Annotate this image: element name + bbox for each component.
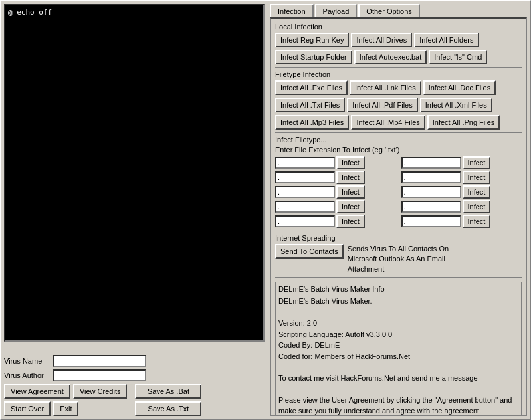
info-body: DELmE's Batch Virus Maker. Version: 2.0 … (278, 296, 518, 416)
ext-row-left-1: Infect (275, 156, 396, 169)
infect-mp3-button[interactable]: Infect All .Mp3 Files (275, 115, 349, 130)
infect-custom-left-2[interactable]: Infect (336, 171, 365, 184)
virus-author-label: Virus Author (4, 371, 51, 379)
divider-4 (275, 277, 522, 278)
infect-pdf-button[interactable]: Infect All .Pdf Files (347, 98, 417, 112)
exit-button[interactable]: Exit (53, 401, 78, 416)
ext-input-right-1[interactable] (401, 157, 461, 169)
ext-row-left-3: Infect (275, 185, 396, 199)
divider-2 (275, 132, 522, 133)
info-coded-by: Coded By: DELmE (278, 341, 340, 349)
ext-row-left-5: Infect (275, 215, 396, 228)
send-to-contacts-button[interactable]: Send To Contacts (275, 244, 344, 259)
internet-spreading-section: Internet Spreading Send To Contacts Send… (275, 234, 522, 274)
start-over-button[interactable]: Start Over (4, 401, 51, 416)
local-infection-buttons: Infect Reg Run Key Infect All Drives Inf… (275, 33, 522, 47)
infect-custom-right-1[interactable]: Infect (463, 156, 491, 169)
info-title: DELmE's Batch Virus Maker Info (278, 285, 518, 293)
extension-col-left: Infect Infect Infect Infect (275, 156, 396, 228)
tab-other-options[interactable]: Other Options (358, 4, 419, 17)
console-text: @ echo off (8, 8, 52, 17)
local-infection-section: Local Infection Infect Reg Run Key Infec… (275, 23, 522, 64)
ext-input-left-2[interactable] (275, 171, 335, 183)
divider-1 (275, 67, 522, 68)
infect-doc-button[interactable]: Infect All .Doc Files (423, 80, 496, 95)
infect-custom-right-5[interactable]: Infect (463, 215, 491, 228)
ext-input-right-2[interactable] (401, 171, 461, 183)
view-agreement-button[interactable]: View Agreement (4, 384, 70, 399)
ext-row-right-4: Infect (401, 200, 522, 213)
custom-filetype-section: Infect Filetype... Enter File Extension … (275, 136, 522, 228)
ext-input-left-4[interactable] (275, 201, 335, 213)
ext-row-left-2: Infect (275, 171, 396, 184)
infect-png-button[interactable]: Infect All .Png Files (427, 115, 500, 130)
infect-all-folders-button[interactable]: Infect All Folders (414, 33, 478, 47)
save-as-txt-button[interactable]: Save As .Txt (135, 401, 201, 416)
spread-description: Sends Virus To All Contacts On Microsoft… (348, 244, 480, 274)
infect-custom-left-3[interactable]: Infect (336, 185, 365, 199)
tab-content-infection: Local Infection Infect Reg Run Key Infec… (270, 17, 527, 416)
tab-infection[interactable]: Infection (270, 4, 314, 17)
virus-name-input[interactable] (53, 355, 146, 367)
right-panel: Infection Payload Other Options Local In… (267, 1, 530, 419)
infect-custom-right-3[interactable]: Infect (463, 185, 491, 199)
ext-row-left-4: Infect (275, 200, 396, 213)
info-agreement: Please view the User Agreement by clicki… (278, 396, 512, 415)
ext-row-right-5: Infect (401, 215, 522, 228)
filetype-infection-label: Filetype Infection (275, 70, 522, 78)
internet-spreading-label: Internet Spreading (275, 234, 522, 242)
infect-autoexec-button[interactable]: Infect Autoexec.bat (354, 50, 427, 64)
main-window: @ echo off Virus Name Virus Author View … (0, 0, 531, 420)
bottom-section: Virus Name Virus Author View Agreement V… (4, 355, 265, 416)
infect-filetype-label: Infect Filetype... (275, 136, 522, 144)
infect-custom-right-4[interactable]: Infect (463, 200, 491, 213)
filetype-infection-section: Filetype Infection Infect All .Exe Files… (275, 70, 522, 130)
infect-ls-cmd-button[interactable]: Infect "ls" Cmd (429, 50, 487, 64)
ext-input-left-3[interactable] (275, 186, 335, 198)
info-coded-for: Coded for: Members of HackForums.Net (278, 352, 410, 360)
infect-reg-run-key-button[interactable]: Infect Reg Run Key (275, 33, 349, 47)
view-credits-button[interactable]: View Credits (73, 384, 128, 399)
horizontal-scrollbar[interactable] (4, 342, 265, 352)
ext-input-right-4[interactable] (401, 201, 461, 213)
tab-bar: Infection Payload Other Options (270, 4, 527, 17)
left-panel: @ echo off Virus Name Virus Author View … (1, 1, 267, 419)
ext-input-left-5[interactable] (275, 215, 335, 227)
infect-lnk-button[interactable]: Infect All .Lnk Files (350, 80, 421, 95)
virus-author-input[interactable] (53, 369, 146, 381)
ext-input-right-3[interactable] (401, 186, 461, 198)
infect-filetype-sublabel: Enter File Extension To Infect (eg '.txt… (275, 146, 522, 154)
info-version: Version: 2.0 (278, 319, 317, 327)
info-scripting: Scripting Language: AutoIt v3.3.0.0 (278, 330, 392, 338)
infect-custom-left-5[interactable]: Infect (336, 215, 365, 228)
infect-all-drives-button[interactable]: Infect All Drives (351, 33, 412, 47)
infect-exe-button[interactable]: Infect All .Exe Files (275, 80, 348, 95)
infect-custom-right-2[interactable]: Infect (463, 171, 491, 184)
ext-row-right-3: Infect (401, 185, 522, 199)
infect-xml-button[interactable]: Infect All .Xml Files (420, 98, 492, 112)
infect-startup-folder-button[interactable]: Infect Startup Folder (275, 50, 352, 64)
virus-name-row: Virus Name (4, 355, 265, 367)
infect-txt-button[interactable]: Infect All .Txt Files (275, 98, 345, 112)
ext-row-right-2: Infect (401, 171, 522, 184)
ext-row-right-1: Infect (401, 156, 522, 169)
ext-input-right-5[interactable] (401, 215, 461, 227)
local-infection-buttons-2: Infect Startup Folder Infect Autoexec.ba… (275, 50, 522, 64)
info-contact: To contact me visit HackForums.Net and s… (278, 374, 478, 382)
local-infection-label: Local Infection (275, 23, 522, 31)
save-as-bat-button[interactable]: Save As .Bat (135, 384, 201, 399)
infect-custom-left-1[interactable]: Infect (336, 156, 365, 169)
spread-row: Send To Contacts Sends Virus To All Cont… (275, 244, 522, 274)
divider-3 (275, 231, 522, 231)
tab-payload[interactable]: Payload (315, 4, 358, 17)
infect-custom-left-4[interactable]: Infect (336, 200, 365, 213)
console-area: @ echo off (4, 4, 265, 342)
info-section: DELmE's Batch Virus Maker Info DELmE's B… (275, 282, 522, 416)
infect-mp4-button[interactable]: Infect All .Mp4 Files (351, 115, 425, 130)
virus-name-label: Virus Name (4, 357, 51, 365)
bottom-left-area: View Agreement View Credits Start Over E… (4, 384, 265, 416)
info-body-text: DELmE's Batch Virus Maker. (278, 297, 372, 305)
ext-input-left-1[interactable] (275, 157, 335, 169)
extension-rows: Infect Infect Infect Infect (275, 156, 522, 228)
extension-col-right: Infect Infect Infect Infect (401, 156, 522, 228)
